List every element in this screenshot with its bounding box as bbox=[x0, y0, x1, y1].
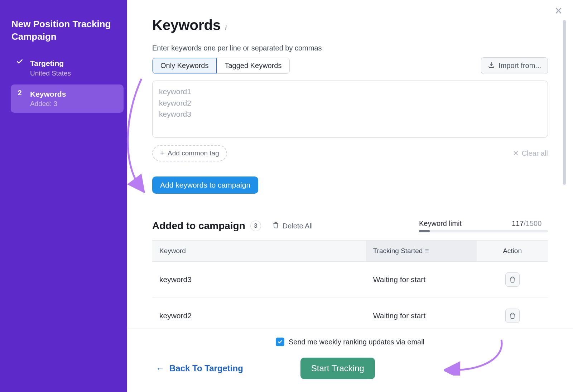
sort-desc-icon: ≡ bbox=[425, 247, 429, 255]
tab-tagged-keywords[interactable]: Tagged Keywords bbox=[217, 58, 290, 73]
info-icon[interactable]: i bbox=[225, 24, 227, 32]
status-cell: Waiting for start bbox=[366, 298, 477, 329]
arrow-left-icon: ← bbox=[156, 363, 164, 373]
step-label: Targeting bbox=[30, 58, 119, 68]
clear-all-button[interactable]: ✕ Clear all bbox=[513, 149, 548, 158]
back-button[interactable]: ← Back To Targeting bbox=[156, 363, 243, 373]
main-panel: × Keywords i Enter keywords one per line… bbox=[127, 0, 573, 392]
column-action: Action bbox=[477, 241, 548, 262]
wizard-footer: Send me weekly ranking updates via email… bbox=[127, 329, 573, 392]
start-tracking-button[interactable]: Start Tracking bbox=[300, 358, 375, 379]
column-tracking-started[interactable]: Tracking Started≡ bbox=[366, 241, 477, 262]
wizard-sidebar: New Position Tracking Campaign Targeting… bbox=[0, 0, 127, 392]
keyword-cell: keyword2 bbox=[152, 298, 366, 329]
status-cell: Waiting for start bbox=[366, 262, 477, 298]
added-title: Added to campaign bbox=[152, 220, 245, 232]
trash-icon bbox=[273, 222, 279, 230]
add-common-tag-button[interactable]: + Add common tag bbox=[152, 145, 227, 161]
check-icon bbox=[16, 58, 24, 67]
annotation-arrow bbox=[127, 75, 152, 193]
delete-row-button[interactable] bbox=[505, 309, 520, 323]
keyword-cell: keyword3 bbox=[152, 262, 366, 298]
scrollbar[interactable] bbox=[563, 20, 566, 213]
step-sublabel: Added: 3 bbox=[30, 100, 119, 108]
table-row: keyword3 Waiting for start bbox=[152, 262, 548, 298]
import-button[interactable]: Import from... bbox=[481, 57, 548, 74]
plus-icon: + bbox=[160, 149, 164, 157]
page-title: Keywords i bbox=[152, 17, 548, 33]
delete-all-button[interactable]: Delete All bbox=[273, 222, 313, 230]
keyword-limit: Keyword limit 117/1500 bbox=[419, 219, 548, 232]
step-targeting[interactable]: Targeting United States bbox=[11, 54, 124, 82]
table-row: keyword2 Waiting for start bbox=[152, 298, 548, 329]
step-sublabel: United States bbox=[30, 69, 119, 77]
weekly-email-checkbox[interactable] bbox=[276, 338, 284, 346]
step-label: Keywords bbox=[30, 89, 119, 99]
added-keywords-table: Keyword Tracking Started≡ Action keyword… bbox=[152, 240, 548, 329]
download-icon bbox=[488, 61, 495, 70]
keyword-mode-tabs: Only Keywords Tagged Keywords bbox=[152, 58, 290, 74]
step-number: 2 bbox=[16, 89, 24, 97]
step-keywords[interactable]: 2 Keywords Added: 3 bbox=[11, 84, 124, 113]
tab-only-keywords[interactable]: Only Keywords bbox=[153, 58, 217, 73]
weekly-email-label: Send me weekly ranking updates via email bbox=[289, 338, 424, 346]
page-subtitle: Enter keywords one per line or separated… bbox=[152, 44, 548, 52]
column-keyword[interactable]: Keyword bbox=[152, 241, 366, 262]
close-icon: ✕ bbox=[513, 149, 519, 158]
delete-row-button[interactable] bbox=[505, 272, 520, 287]
sidebar-title: New Position Tracking Campaign bbox=[11, 18, 124, 54]
keywords-textarea[interactable] bbox=[152, 81, 548, 138]
added-count-badge: 3 bbox=[250, 221, 261, 231]
add-keywords-button[interactable]: Add keywords to campaign bbox=[152, 176, 258, 194]
